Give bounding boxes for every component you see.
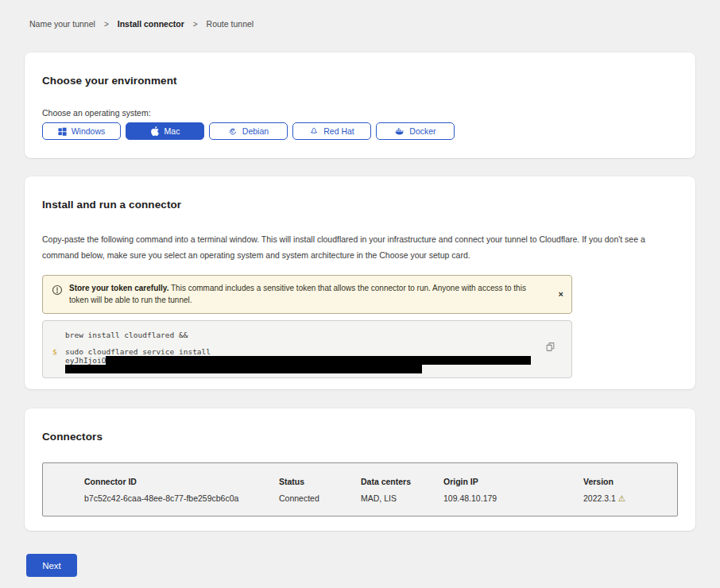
apple-icon [150, 126, 160, 136]
os-button-mac[interactable]: Mac [126, 122, 204, 140]
windows-icon [58, 127, 67, 136]
token-warning-text: Store your token carefully. This command… [69, 282, 544, 307]
header-version: Version [583, 477, 677, 486]
version-warning-icon: ⚠ [618, 493, 625, 503]
breadcrumb-item-name-your-tunnel[interactable]: Name your tunnel [29, 19, 95, 29]
install-connector-card: Install and run a connector Copy-paste t… [25, 176, 695, 389]
header-data-centers: Data centers [361, 477, 443, 486]
copy-icon [545, 342, 555, 354]
red-hat-icon [309, 126, 319, 136]
column-version: Version 2022.3.1 ⚠ [583, 477, 677, 516]
redacted-token-bar [65, 365, 422, 373]
os-button-group: Windows Mac Debian [42, 122, 678, 140]
code-line-brew: brew install cloudflared && [52, 331, 562, 339]
token-prefix: eyJhIjoiO [65, 356, 106, 365]
os-select-label: Choose an operating system: [42, 108, 678, 118]
os-button-windows[interactable]: Windows [42, 122, 121, 140]
alert-circle-icon [52, 284, 63, 299]
code-line-token: eyJhIjoiO [52, 356, 562, 365]
code-text-sudo: sudo cloudflared service install [65, 347, 211, 356]
next-button[interactable]: Next [26, 554, 77, 577]
choose-environment-card: Choose your environment Choose an operat… [25, 52, 695, 158]
connectors-table: Connector ID b7c52c42-6caa-48ee-8c77-fbe… [42, 462, 678, 516]
code-text-brew: brew install cloudflared && [65, 331, 188, 339]
debian-swirl-icon [228, 126, 238, 136]
os-button-label: Debian [242, 126, 269, 136]
environment-card-title: Choose your environment [42, 75, 678, 87]
token-warning-banner: Store your token carefully. This command… [42, 275, 572, 314]
os-button-red-hat[interactable]: Red Hat [292, 122, 371, 140]
header-connector-id: Connector ID [84, 477, 279, 486]
install-command-codeblock: brew install cloudflared && $sudo cloudf… [42, 320, 572, 378]
code-line-token-2 [52, 365, 562, 373]
tunnel-setup-page: Name your tunnel > Install connector > R… [0, 0, 720, 588]
breadcrumb: Name your tunnel > Install connector > R… [29, 19, 254, 29]
redacted-token-bar [106, 356, 531, 365]
version-value: 2022.3.1 [583, 493, 616, 503]
connectors-card-title: Connectors [42, 431, 678, 443]
cell-version: 2022.3.1 ⚠ [583, 493, 677, 503]
cell-connector-id: b7c52c42-6caa-48ee-8c77-fbe259cb6c0a [84, 493, 279, 503]
docker-whale-icon [394, 126, 405, 136]
breadcrumb-separator: > [193, 20, 198, 29]
shell-prompt: $ [52, 347, 65, 356]
column-status: Status Connected [279, 477, 361, 516]
copy-command-button[interactable] [545, 342, 555, 354]
banner-close-button[interactable]: × [559, 289, 563, 299]
connectors-card: Connectors Connector ID b7c52c42-6caa-48… [25, 408, 695, 531]
breadcrumb-item-install-connector[interactable]: Install connector [118, 19, 184, 29]
install-description: Copy-paste the following command into a … [42, 231, 675, 264]
os-button-debian[interactable]: Debian [209, 122, 288, 140]
column-data-centers: Data centers MAD, LIS [361, 477, 443, 516]
os-button-label: Docker [409, 126, 435, 136]
breadcrumb-separator: > [104, 20, 109, 29]
column-connector-id: Connector ID b7c52c42-6caa-48ee-8c77-fbe… [84, 477, 279, 516]
cell-data-centers: MAD, LIS [361, 493, 443, 503]
os-button-docker[interactable]: Docker [376, 122, 455, 140]
code-prompt-blank [52, 356, 65, 365]
os-button-label: Red Hat [323, 126, 354, 136]
os-button-label: Windows [72, 126, 106, 136]
breadcrumb-item-route-tunnel[interactable]: Route tunnel [207, 19, 254, 29]
code-prompt-blank [52, 365, 65, 373]
install-card-title: Install and run a connector [42, 199, 678, 211]
cell-origin-ip: 109.48.10.179 [443, 493, 583, 503]
header-origin-ip: Origin IP [443, 477, 583, 486]
token-warning-bold: Store your token carefully. [69, 284, 168, 292]
code-prompt-blank [52, 331, 65, 339]
code-line-sudo: $sudo cloudflared service install [52, 347, 562, 356]
column-origin-ip: Origin IP 109.48.10.179 [443, 477, 583, 516]
status-badge: Connected [279, 493, 361, 503]
os-button-label: Mac [165, 126, 180, 136]
header-status: Status [279, 477, 361, 486]
